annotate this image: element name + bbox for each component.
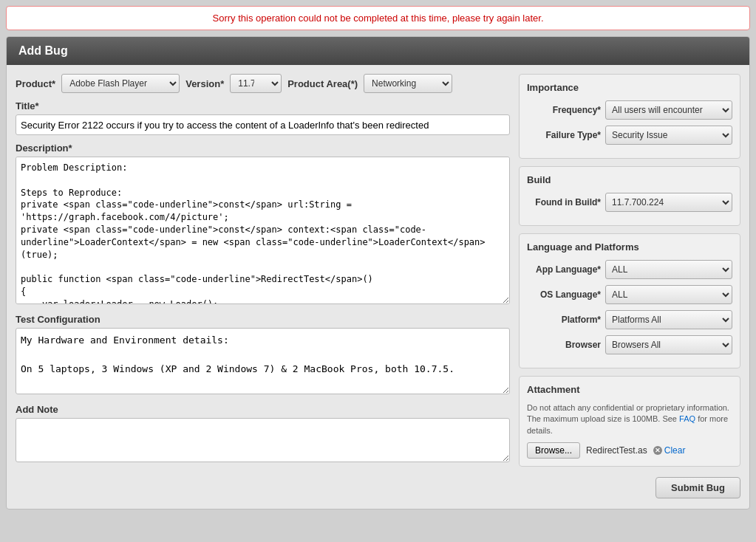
add-note-textarea[interactable] [16,418,510,462]
browser-label: Browser [527,340,601,350]
failure-type-select[interactable]: Security Issue [605,126,732,145]
platform-row: Platform* Platforms All [527,310,732,329]
title-label: Title* [16,100,510,112]
error-message: Sorry this operation could not be comple… [212,13,543,24]
attachment-filename: RedirectTest.as [586,445,647,456]
language-platforms-title: Language and Platforms [527,241,732,253]
os-language-row: OS Language* ALL [527,285,732,304]
left-column: Product* Adobe Flash Player Version* 11.… [16,74,510,500]
description-label: Description* [16,143,510,154]
app-language-row: App Language* ALL [527,260,732,279]
description-section: Description* Problem Description: Steps … [16,143,510,306]
product-area-select[interactable]: Networking [364,74,452,93]
title-input[interactable] [16,114,510,135]
app-language-label: App Language* [527,264,601,275]
frequency-label: Frequency* [527,105,601,115]
found-in-build-row: Found in Build* 11.7.700.224 [527,193,732,212]
build-title: Build [527,174,732,185]
right-column: Importance Frequency* All users will enc… [519,74,740,500]
panel-title: Add Bug [18,44,68,57]
description-textarea[interactable]: Problem Description: Steps to Reproduce:… [16,157,510,304]
failure-type-label: Failure Type* [527,130,601,140]
platform-label: Platform* [527,315,601,325]
attachment-row: Browse... RedirectTest.as ✕ Clear [527,442,732,459]
attachment-note: Do not attach any confidential or propri… [527,402,732,436]
test-config-textarea[interactable]: My Hardware and Environment details: On … [16,328,510,394]
clear-icon: ✕ [653,446,662,455]
build-section: Build Found in Build* 11.7.700.224 [519,166,740,226]
frequency-row: Frequency* All users will encounter [527,100,732,120]
failure-type-row: Failure Type* Security Issue [527,126,732,145]
frequency-select[interactable]: All users will encounter [605,100,732,120]
version-select[interactable]: 11.7 [230,74,282,93]
version-label: Version* [185,78,224,89]
faq-link[interactable]: FAQ [679,414,695,423]
panel-header: Add Bug [7,37,749,65]
product-row: Product* Adobe Flash Player Version* 11.… [16,74,510,93]
os-language-label: OS Language* [527,289,601,300]
submit-button[interactable]: Submit Bug [655,477,740,498]
main-panel: Add Bug Product* Adobe Flash Player Vers… [6,36,750,510]
language-platforms-section: Language and Platforms App Language* ALL… [519,233,740,368]
title-section: Title* [16,100,510,135]
product-label: Product* [16,78,55,89]
attachment-section: Attachment Do not attach any confidentia… [519,376,740,467]
browser-row: Browser Browsers All [527,335,732,354]
found-in-build-select[interactable]: 11.7.700.224 [605,193,732,212]
add-note-section: Add Note [16,404,510,464]
importance-title: Importance [527,82,732,93]
add-note-label: Add Note [16,404,510,415]
os-language-select[interactable]: ALL [605,285,732,304]
product-area-label: Product Area(*) [287,78,358,89]
page-wrapper: Sorry this operation could not be comple… [0,0,756,542]
clear-link[interactable]: ✕ Clear [653,445,686,456]
browse-button[interactable]: Browse... [527,442,580,459]
importance-section: Importance Frequency* All users will enc… [519,74,740,159]
test-config-label: Test Configuration [16,314,510,325]
browser-select[interactable]: Browsers All [605,335,732,354]
product-select[interactable]: Adobe Flash Player [61,74,180,93]
attachment-title: Attachment [527,384,732,395]
test-config-section: Test Configuration My Hardware and Envir… [16,314,510,397]
submit-row: Submit Bug [519,474,740,500]
platform-select[interactable]: Platforms All [605,310,732,329]
found-in-build-label: Found in Build* [527,197,601,207]
error-banner: Sorry this operation could not be comple… [6,6,750,30]
app-language-select[interactable]: ALL [605,260,732,279]
panel-body: Product* Adobe Flash Player Version* 11.… [7,65,749,509]
